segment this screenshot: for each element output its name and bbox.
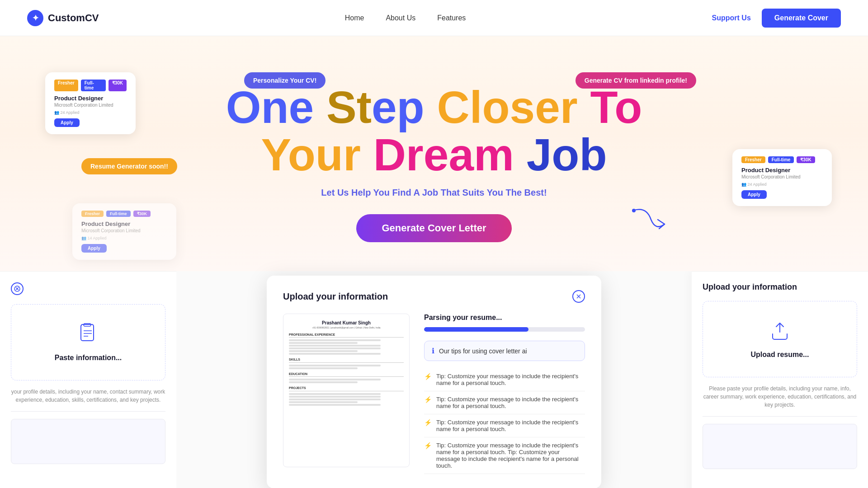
generate-cover-button[interactable]: Generate Cover (762, 9, 841, 28)
resume-skills-title: SKILLS (289, 357, 404, 363)
upload-modal-title: Upload your information (283, 291, 388, 302)
bottom-section: Paste information... your profile detail… (0, 271, 868, 488)
resume-edu-title: EDUCATION (289, 372, 404, 377)
resume-proj-title: PROJECTS (289, 386, 404, 391)
resume-line-4 (289, 347, 381, 349)
card-apply-button-bl[interactable]: Apply (81, 244, 107, 253)
badge-resume[interactable]: Resume Generator soon!! (81, 158, 177, 174)
card-tag-fresher: Fresher (54, 80, 78, 91)
support-link[interactable]: Support Us (712, 14, 751, 22)
right-panel: Upload your information Upload resume...… (692, 271, 868, 488)
float-card-bottom-right: Fresher Full-time ₹30K Product Designer … (732, 149, 832, 206)
resume-exp-title: PROFESSIONAL EXPERIENCE (289, 333, 404, 338)
heading-step: St (326, 82, 372, 132)
logo[interactable]: ✦ CustomCV (27, 10, 99, 26)
nav-links: Home About Us Features (345, 14, 466, 22)
card-sub-br: Microsoft Corporation Limited (741, 174, 823, 179)
resume-line-12 (289, 396, 381, 398)
right-panel-icon-area: Upload resume... (703, 301, 857, 377)
bolt-icon-1: ⚡ (424, 373, 432, 380)
upload-icon (769, 319, 791, 345)
logo-icon: ✦ (27, 10, 43, 26)
upload-modal-close[interactable] (572, 290, 585, 303)
page-wrapper: ✦ CustomCV Home About Us Features Suppor… (0, 0, 868, 488)
card-tag-salary-br: ₹30K (797, 156, 815, 163)
card-tag-bl-2: Full-time (106, 211, 131, 217)
heading-to: To (578, 82, 642, 132)
resume-line-2 (289, 342, 358, 344)
card-title-br: Product Designer (741, 167, 823, 174)
center-column: Upload your information Prashant Kumar S… (176, 271, 692, 488)
card-tag-fulltime-br: Full-time (768, 156, 794, 163)
left-panel-close[interactable] (11, 282, 24, 295)
resume-line-15 (289, 404, 381, 406)
heading-step2: ep (372, 82, 437, 132)
heading-your: Your (261, 129, 373, 180)
tip-item-1: ⚡ Tip: Customize your message to include… (424, 368, 585, 391)
navbar: ✦ CustomCV Home About Us Features Suppor… (0, 0, 868, 36)
heading-closer: Closer (437, 82, 577, 132)
upload-modal: Upload your information Prashant Kumar S… (267, 276, 601, 488)
tip-text-3: Tip: Customize your message to include t… (436, 419, 585, 432)
card-title: Product Designer (54, 95, 127, 102)
upload-modal-header: Upload your information (283, 290, 585, 303)
resume-line-11 (289, 393, 381, 395)
resume-line-13 (289, 399, 381, 400)
svg-point-0 (632, 209, 636, 212)
left-panel-input-area[interactable] (11, 419, 165, 464)
card-applied-br: 👥 24 Applied (741, 182, 823, 187)
left-panel-icon-area: Paste information... (11, 304, 165, 380)
right-panel-title: Upload your information (703, 282, 857, 292)
card-apply-button-br[interactable]: Apply (741, 190, 767, 199)
heading-job: Job (514, 129, 607, 180)
upload-content: Prashant Kumar Singh +91-8390902821 | pr… (283, 314, 585, 474)
card-applied: 👥 24 Applied (54, 110, 127, 115)
nav-about[interactable]: About Us (386, 14, 415, 22)
resume-line-7 (289, 365, 381, 366)
card-tag-bl-1: Fresher (81, 211, 104, 217)
resume-line-14 (289, 401, 358, 403)
card-sub-bl: Microsoft Corporation Limited (81, 228, 167, 233)
card-tag-bl-3: ₹30K (133, 211, 151, 217)
float-card-bottom-left: Fresher Full-time ₹30K Product Designer … (72, 203, 176, 260)
card-apply-button[interactable]: Apply (54, 118, 80, 127)
bolt-icon-4: ⚡ (424, 442, 432, 449)
upload-right: Parsing your resume... ℹ Our tips for us… (424, 314, 585, 474)
tip-item-3: ⚡ Tip: Customize your message to include… (424, 414, 585, 437)
resume-preview: Prashant Kumar Singh +91-8390902821 | pr… (283, 314, 410, 467)
svg-rect-4 (81, 324, 94, 341)
hero-subtext: Let Us Help You Find A Job That Suits Yo… (321, 188, 547, 198)
card-tag-fresher-br: Fresher (741, 156, 765, 163)
progress-bar-track (424, 327, 585, 332)
left-panel-label: Paste information... (55, 354, 122, 362)
resume-name: Prashant Kumar Singh (289, 319, 404, 326)
bolt-icon-2: ⚡ (424, 396, 432, 403)
tip-item-4: ⚡ Tip: Customize your message to include… (424, 437, 585, 474)
tip-text-4: Tip: Customize your message to include t… (436, 442, 585, 469)
hero-section: Personalize Your CV! Generate CV from li… (0, 36, 868, 271)
left-panel-desc: your profile details, including your nam… (11, 388, 165, 404)
tip-item-2: ⚡ Tip: Customize your message to include… (424, 391, 585, 414)
resume-line-8 (289, 367, 358, 369)
tip-text-2: Tip: Customize your message to include t… (436, 396, 585, 409)
info-icon: ℹ (432, 347, 434, 355)
right-panel-input-area[interactable] (703, 424, 857, 469)
card-title-bl: Product Designer (81, 221, 167, 227)
hero-heading: One Step Closer To Your Dream Job (226, 84, 642, 178)
nav-home[interactable]: Home (345, 14, 364, 22)
tips-label: Our tips for using cover letter ai (439, 347, 527, 355)
tips-box: ℹ Our tips for using cover letter ai (424, 341, 585, 361)
float-card-top-left: Fresher Full-time ₹30K Product Designer … (45, 72, 136, 134)
resume-line-6 (289, 353, 381, 355)
generate-cover-letter-button[interactable]: Generate Cover Letter (356, 214, 511, 242)
right-panel-label: Upload resume... (751, 351, 809, 359)
nav-features[interactable]: Features (437, 14, 466, 22)
card-sub: Microsoft Corporation Limited (54, 103, 127, 108)
heading-dream: Dream (373, 129, 514, 180)
resume-line-10 (289, 381, 358, 383)
squiggle-arrow (628, 206, 669, 244)
heading-one: One (226, 82, 326, 132)
card-applied-bl: 👥 14 Applied (81, 236, 167, 240)
paste-icon (77, 323, 99, 348)
card-tag-salary: ₹30K (108, 80, 127, 91)
